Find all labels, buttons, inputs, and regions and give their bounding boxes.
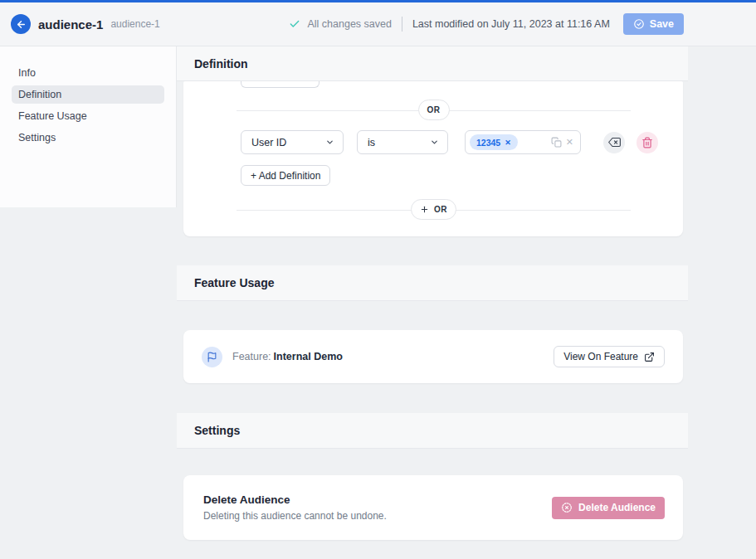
feature-label: Feature:Internal Demo (232, 351, 343, 362)
delete-audience-title: Delete Audience (203, 493, 387, 506)
app-root: audience-1 audience-1 All changes saved … (0, 0, 756, 559)
view-on-feature-button[interactable]: View On Feature (554, 346, 665, 367)
delete-audience-info: Delete Audience Deleting this audience c… (203, 493, 387, 522)
chip-remove-icon[interactable]: ✕ (505, 139, 511, 147)
arrow-left-icon (16, 19, 27, 30)
remove-condition-button[interactable] (603, 132, 625, 153)
header-status-area: All changes saved Last modified on July … (289, 13, 684, 35)
feature-label-prefix: Feature: (232, 351, 271, 362)
or-divider: OR (237, 100, 631, 120)
field-select-value: User ID (251, 137, 286, 148)
header-divider (402, 17, 402, 32)
clipped-add-definition-button[interactable] (241, 81, 319, 88)
chevron-down-icon (325, 138, 334, 147)
add-or-divider: OR (237, 199, 631, 220)
circled-x-icon (561, 502, 573, 513)
add-or-button-label: OR (434, 205, 447, 214)
feature-usage-section-header: Feature Usage (177, 265, 688, 301)
definition-section-header: Definition (177, 46, 688, 81)
check-icon (289, 18, 300, 30)
last-modified-text: Last modified on July 11, 2023 at 11:16 … (412, 18, 610, 30)
feature-name: Internal Demo (274, 351, 343, 362)
settings-section-title: Settings (194, 424, 240, 437)
delete-audience-button-label: Delete Audience (578, 502, 656, 513)
delete-audience-button[interactable]: Delete Audience (552, 497, 665, 519)
definition-section-title: Definition (194, 57, 248, 70)
trash-icon (641, 137, 653, 148)
paste-icon[interactable] (551, 137, 562, 148)
sidebar: Info Definition Feature Usage Settings (0, 46, 177, 207)
sidebar-item-settings[interactable]: Settings (12, 129, 164, 147)
feature-usage-section-title: Feature Usage (194, 276, 274, 289)
flag-icon (202, 347, 222, 367)
delete-audience-description: Deleting this audience cannot be undone. (203, 510, 387, 522)
definition-card: OR User ID is 12345 ✕ (183, 81, 683, 236)
operator-select[interactable]: is (357, 130, 448, 154)
sidebar-item-info[interactable]: Info (12, 64, 164, 82)
back-button[interactable] (11, 14, 31, 34)
value-chip: 12345 ✕ (470, 134, 518, 150)
input-icon-group: ✕ (551, 137, 573, 148)
save-status-text: All changes saved (307, 18, 391, 30)
or-divider-pill: OR (418, 100, 450, 120)
plus-icon (420, 205, 429, 214)
delete-condition-button[interactable] (637, 132, 658, 153)
add-definition-button[interactable]: + Add Definition (241, 165, 330, 186)
page-subtitle: audience-1 (110, 18, 159, 30)
delete-audience-card: Delete Audience Deleting this audience c… (183, 475, 683, 540)
add-or-group-button[interactable]: OR (411, 199, 456, 220)
view-on-feature-label: View On Feature (563, 351, 638, 362)
save-button-label: Save (650, 18, 674, 30)
value-input[interactable]: 12345 ✕ ✕ (465, 130, 581, 154)
feature-usage-card: Feature:Internal Demo View On Feature (183, 330, 683, 383)
settings-section-header: Settings (177, 413, 688, 449)
sidebar-item-feature-usage[interactable]: Feature Usage (12, 107, 164, 125)
operator-select-value: is (368, 137, 375, 148)
circled-check-icon (633, 18, 645, 30)
clear-input-icon[interactable]: ✕ (566, 137, 573, 148)
backspace-icon (608, 136, 621, 148)
external-link-icon (644, 352, 655, 362)
save-button[interactable]: Save (623, 13, 684, 35)
page-title: audience-1 (38, 17, 103, 32)
sidebar-item-definition[interactable]: Definition (12, 85, 164, 104)
chevron-down-icon (430, 138, 439, 147)
condition-row: User ID is 12345 ✕ (241, 130, 658, 154)
header: audience-1 audience-1 All changes saved … (0, 2, 756, 46)
field-select[interactable]: User ID (241, 130, 344, 154)
value-chip-text: 12345 (476, 138, 500, 148)
